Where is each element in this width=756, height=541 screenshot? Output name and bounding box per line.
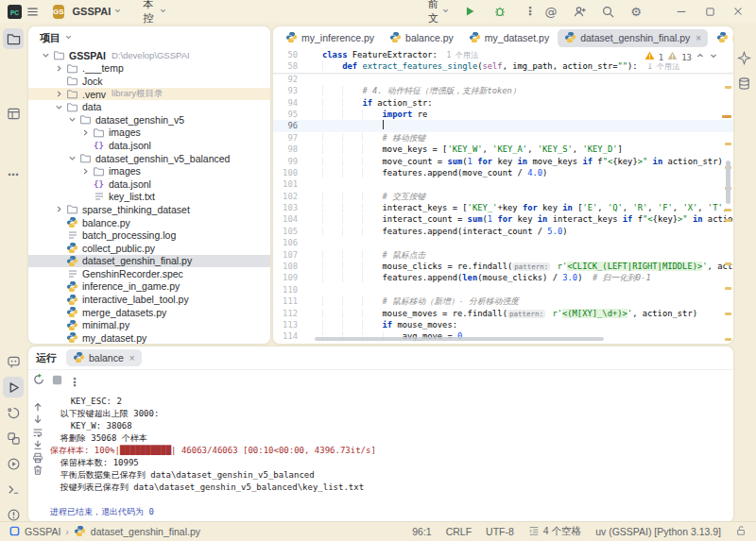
inspection-widget[interactable]: 1 13 [643, 51, 720, 63]
tree-item[interactable]: interactive_label_tool.py [28, 293, 270, 306]
kebab-icon[interactable]: ⋮ [520, 2, 541, 21]
editor-tab[interactable]: my_train.py [710, 29, 734, 47]
next-problem-icon[interactable] [709, 51, 718, 63]
editor-tab[interactable]: balance.py [383, 29, 460, 47]
code-line[interactable]: 112 mouse_moves = re.findall(pattern: r'… [273, 308, 733, 319]
expand-arrow-icon[interactable] [53, 103, 65, 111]
code-line[interactable]: 104 interact_count = sum(1 for key in in… [273, 213, 733, 225]
tree-item[interactable]: Jock [28, 75, 270, 88]
console-output[interactable]: KEY_ESC: 2 以下按键超出上限 3000: KEY_W: 38068 将… [50, 396, 730, 520]
toolwindow-profiler-icon[interactable] [3, 453, 24, 474]
editor-tab[interactable]: dataset_genshin_final.py× [558, 29, 708, 47]
run-tab-balance[interactable]: balance × [66, 349, 142, 366]
code-line[interactable]: 98 move_keys = ['KEY_W', 'KEY_A', 'KEY_S… [273, 144, 733, 155]
code-line[interactable]: 101 [273, 178, 733, 190]
code-line[interactable]: 108 mouse_clicks = re.findall(pattern: r… [273, 261, 733, 272]
scroll-up-icon[interactable] [32, 401, 43, 413]
toolwindow-python-packages-icon[interactable] [3, 402, 24, 423]
tree-item[interactable]: sparse_thinking_dataset [28, 203, 270, 216]
tree-item[interactable]: key_list.txt [28, 191, 270, 204]
status-crlf[interactable]: CRLF [446, 526, 472, 537]
tree-item[interactable]: {}data.jsonl [28, 139, 270, 152]
code-line[interactable]: 99 move_count = sum(1 for key in move_ke… [273, 156, 733, 167]
run-config-selector[interactable]: 当前文件 [424, 2, 454, 21]
expand-arrow-icon[interactable] [79, 167, 92, 176]
tree-item[interactable]: merge_datasets.py [28, 306, 270, 319]
code-line[interactable]: 95 import re [273, 109, 733, 120]
tree-item[interactable]: {}data.jsonl [28, 178, 270, 191]
expand-arrow-icon[interactable] [53, 205, 65, 213]
stop-icon[interactable] [51, 373, 63, 390]
code-line[interactable]: 107 # 鼠标点击 [273, 249, 733, 261]
tree-item[interactable]: my_dataset.py [28, 331, 270, 345]
breadcrumb-file[interactable]: dataset_genshin_final.py [91, 526, 200, 537]
main-menu-icon[interactable] [26, 2, 40, 21]
tree-item[interactable]: GSSPAID:\develop\GSSPAI [28, 49, 270, 62]
code-line[interactable]: 105 features.append(interact_count / 5.0… [273, 226, 733, 237]
scroll-end-icon[interactable] [32, 440, 43, 451]
tree-item[interactable]: collect_public.py [28, 242, 270, 255]
toolwindow-services-icon[interactable] [3, 428, 24, 448]
code-line[interactable]: 111 # 鼠标移动（新增）- 分析移动强度 [273, 296, 733, 307]
project-panel-header[interactable]: 项目 [28, 26, 270, 49]
editor-vertical-scrollbar[interactable] [726, 161, 730, 204]
tree-item[interactable]: dataset_genshin_v5_balanced [28, 152, 270, 165]
tree-item[interactable]: batch_processing.log [28, 228, 270, 242]
kebab-icon[interactable]: ⋮ [69, 373, 80, 390]
project-selector[interactable]: GSSPAI [69, 2, 127, 21]
at-icon[interactable]: @ [541, 2, 561, 21]
code-line[interactable]: 92 [273, 74, 733, 85]
toolwindow-ai-chat-icon[interactable] [3, 351, 24, 372]
settings-icon[interactable]: ⚙ [626, 2, 646, 21]
toolwindow-structure-icon[interactable] [3, 103, 24, 124]
code-line[interactable]: 109 features.append(len(mouse_clicks) / … [273, 272, 733, 283]
code-line[interactable]: 94 if action_str: [273, 97, 733, 109]
close-icon[interactable]: × [696, 33, 701, 43]
tree-item[interactable]: inference_in_game.py [28, 280, 270, 294]
code-line[interactable]: 97 # 移动按键 [273, 132, 733, 144]
tree-item[interactable]: images [28, 164, 270, 178]
editor-tab[interactable]: my_inference.py [279, 29, 381, 47]
code-line[interactable]: 100 features.append(move_count / 4.0) [273, 167, 733, 178]
tree-item[interactable]: images [28, 127, 270, 140]
code-line[interactable]: 96 [273, 120, 733, 131]
clear-icon[interactable] [32, 465, 43, 477]
scroll-down-icon[interactable] [32, 414, 43, 426]
status-96-1[interactable]: 96:1 [412, 526, 431, 537]
add-user-icon[interactable] [569, 2, 590, 21]
breadcrumb-project[interactable]: GSSPAI [25, 526, 60, 537]
tree-item[interactable]: .venvlibrary根目录 [28, 88, 270, 101]
expand-arrow-icon[interactable] [79, 128, 92, 137]
tree-item[interactable]: dataset_genshin_final.py [28, 255, 270, 268]
expand-arrow-icon[interactable] [66, 154, 78, 162]
tree-item[interactable]: GenshinRecorder.spec [28, 267, 270, 280]
code-line[interactable]: 113 if mouse_moves: [273, 319, 733, 330]
status-uv-gsspai-python-3-13-9-[interactable]: uv (GSSPAI) [Python 3.13.9] [595, 526, 721, 537]
close-icon[interactable]: × [129, 353, 135, 363]
expand-arrow-icon[interactable] [53, 90, 65, 98]
expand-arrow-icon[interactable] [66, 115, 78, 124]
tree-item[interactable]: balance.py [28, 216, 270, 229]
editor-tab[interactable]: my_dataset.py [462, 29, 556, 47]
toolwindow-ai-assistant-icon[interactable] [734, 47, 755, 68]
print-icon[interactable] [32, 452, 43, 464]
toolwindow-run-icon[interactable] [3, 377, 24, 397]
bug-icon[interactable] [490, 2, 510, 21]
status-4-[interactable]: 4 个空格 [528, 525, 581, 538]
search-icon[interactable] [597, 2, 618, 21]
toolwindow-more-icon[interactable]: ⋯ [3, 164, 24, 185]
prev-problem-icon[interactable] [696, 51, 705, 63]
rerun-icon[interactable] [32, 373, 45, 390]
code-line[interactable]: 110 [273, 284, 733, 296]
code-line[interactable]: 102 # 交互按键 [273, 191, 733, 202]
code-area[interactable]: 50class FeatureExtractor: 1 个用法58 def ex… [273, 49, 733, 344]
breadcrumb[interactable]: GSSPAI › dataset_genshin_final.py [9, 525, 200, 539]
vcs-widget[interactable]: 版本控制 [139, 2, 171, 21]
status-utf-8[interactable]: UTF-8 [486, 526, 514, 537]
soft-wrap-icon[interactable] [32, 427, 43, 438]
code-line[interactable]: 106 [273, 237, 733, 248]
code-line[interactable]: 93 # 4. 动作特征（增强版，支持新token） [273, 85, 733, 96]
status-unlock[interactable] [735, 525, 747, 538]
tree-item[interactable]: .___temp [28, 62, 270, 76]
maximize-icon[interactable] [699, 2, 720, 21]
